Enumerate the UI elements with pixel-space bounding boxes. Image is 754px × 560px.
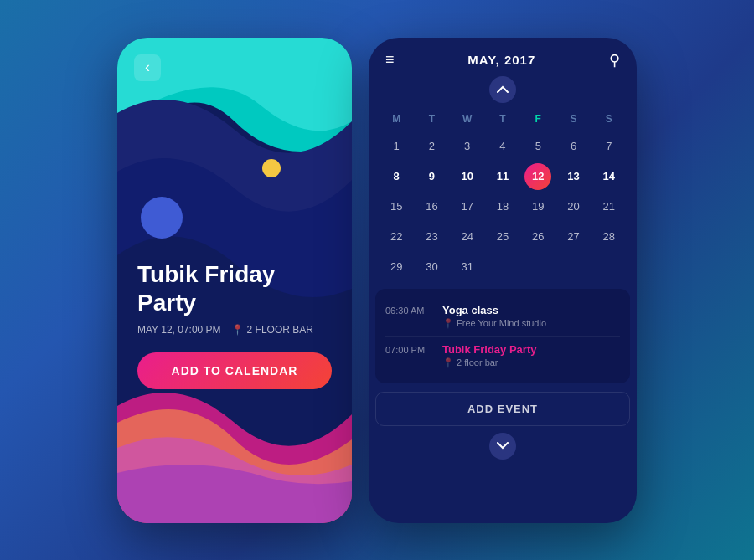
- event-date: MAY 12, 07:00 PM: [137, 324, 221, 336]
- event-time-yoga: 06:30 AM: [385, 304, 432, 316]
- day-fri: F: [520, 110, 555, 128]
- events-section: 06:30 AM Yoga class 📍 Free Your Mind stu…: [375, 289, 630, 383]
- event-name-yoga: Yoga class: [442, 304, 620, 316]
- day-sun: S: [591, 110, 627, 128]
- cal-date-empty-2: [560, 254, 587, 280]
- event-venue-yoga: 📍 Free Your Mind studio: [442, 318, 620, 329]
- cal-date-13[interactable]: 13: [560, 163, 587, 190]
- day-sat: S: [555, 110, 591, 128]
- cal-date-15[interactable]: 15: [383, 193, 410, 220]
- cal-date-25[interactable]: 25: [489, 223, 516, 250]
- cal-date-19[interactable]: 19: [524, 193, 551, 220]
- deco-circle-blue: [141, 197, 183, 239]
- event-location: 📍 2 FLOOR BAR: [231, 324, 313, 336]
- chevron-down-button[interactable]: [489, 433, 516, 460]
- cal-date-10[interactable]: 10: [454, 163, 481, 190]
- cal-date-4[interactable]: 4: [489, 133, 516, 160]
- add-to-calendar-button[interactable]: ADD TO CALENDAR: [137, 352, 332, 389]
- cal-date-24[interactable]: 24: [454, 223, 481, 250]
- calendar-dates: 1234567891011121314151617181920212223242…: [379, 133, 627, 280]
- left-phone: ‹ Tubik Friday Party MAY 12, 07:00 PM 📍 …: [117, 38, 352, 523]
- cal-date-22[interactable]: 22: [383, 223, 410, 250]
- event-details-yoga: Yoga class 📍 Free Your Mind studio: [442, 304, 620, 329]
- day-mon: M: [379, 110, 414, 128]
- cal-date-29[interactable]: 29: [383, 254, 410, 280]
- location-pin-icon: 📍: [231, 324, 244, 336]
- event-name-party: Tubik Friday Party: [442, 343, 620, 356]
- chevron-up-button[interactable]: [489, 76, 516, 103]
- day-thu: T: [485, 110, 520, 128]
- venue-pin-icon-1: 📍: [442, 318, 454, 329]
- cal-date-5[interactable]: 5: [524, 133, 551, 160]
- cal-date-1[interactable]: 1: [383, 133, 410, 160]
- cal-date-17[interactable]: 17: [454, 193, 481, 220]
- event-info: Tubik Friday Party MAY 12, 07:00 PM 📍 2 …: [137, 260, 332, 388]
- calendar-header: ≡ MAY, 2017 ⚲: [369, 38, 637, 76]
- event-row-party: 07:00 PM Tubik Friday Party 📍 2 floor ba…: [385, 336, 620, 375]
- menu-icon[interactable]: ≡: [385, 51, 395, 69]
- day-tue: T: [414, 110, 449, 128]
- cal-date-2[interactable]: 2: [418, 133, 445, 160]
- cal-date-28[interactable]: 28: [596, 223, 622, 250]
- search-icon[interactable]: ⚲: [609, 51, 620, 69]
- cal-date-12[interactable]: 12: [524, 163, 551, 190]
- cal-date-31[interactable]: 31: [454, 254, 481, 280]
- cal-date-8[interactable]: 8: [383, 163, 410, 190]
- cal-date-empty-1: [524, 254, 551, 280]
- deco-circle-yellow: [262, 159, 281, 177]
- cal-date-26[interactable]: 26: [524, 223, 551, 250]
- venue-pin-icon-2: 📍: [442, 357, 454, 368]
- calendar-title: MAY, 2017: [467, 53, 535, 67]
- right-phone: ≡ MAY, 2017 ⚲ M T W T F S S 123456789101…: [369, 38, 637, 523]
- cal-date-empty-0: [489, 254, 516, 280]
- event-venue-party: 📍 2 floor bar: [442, 357, 620, 368]
- event-row-yoga: 06:30 AM Yoga class 📍 Free Your Mind stu…: [385, 297, 620, 336]
- cal-date-7[interactable]: 7: [596, 133, 622, 160]
- cal-date-21[interactable]: 21: [596, 193, 622, 220]
- day-wed: W: [450, 110, 485, 128]
- calendar-grid: M T W T F S S 12345678910111213141516171…: [369, 110, 637, 280]
- cal-date-14[interactable]: 14: [596, 163, 622, 190]
- event-meta: MAY 12, 07:00 PM 📍 2 FLOOR BAR: [137, 324, 332, 336]
- cal-date-9[interactable]: 9: [418, 163, 445, 190]
- cal-date-20[interactable]: 20: [560, 193, 587, 220]
- cal-date-16[interactable]: 16: [418, 193, 445, 220]
- back-button[interactable]: ‹: [134, 54, 161, 81]
- cal-date-23[interactable]: 23: [418, 223, 445, 250]
- cal-date-3[interactable]: 3: [454, 133, 481, 160]
- cal-date-empty-3: [596, 254, 622, 280]
- cal-date-11[interactable]: 11: [489, 163, 516, 190]
- day-names-row: M T W T F S S: [379, 110, 627, 128]
- cal-date-30[interactable]: 30: [418, 254, 445, 280]
- add-event-button[interactable]: ADD EVENT: [375, 392, 630, 426]
- cal-date-6[interactable]: 6: [560, 133, 587, 160]
- event-title: Tubik Friday Party: [137, 260, 332, 316]
- cal-date-27[interactable]: 27: [560, 223, 587, 250]
- event-details-party: Tubik Friday Party 📍 2 floor bar: [442, 343, 620, 368]
- event-time-party: 07:00 PM: [385, 343, 432, 355]
- cal-date-18[interactable]: 18: [489, 193, 516, 220]
